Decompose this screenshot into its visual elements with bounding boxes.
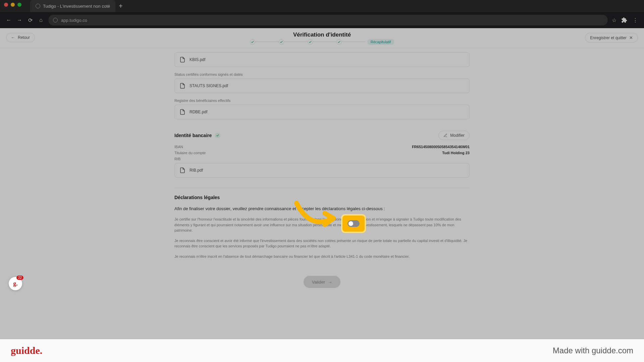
validate-label: Valider	[312, 280, 325, 285]
home-icon[interactable]: ⌂	[38, 17, 44, 23]
minimize-window-icon[interactable]	[11, 3, 15, 7]
document-icon	[179, 109, 185, 115]
step-current-label: Récapitulatif	[367, 39, 394, 45]
url-field[interactable]: app.tudigo.co	[48, 15, 608, 25]
holder-row: Titulaire du compte Tudi Holding 23	[174, 151, 470, 155]
declarations-title: Déclarations légales	[174, 195, 470, 200]
guidde-badge[interactable]: g 22	[9, 277, 22, 290]
pencil-icon	[443, 133, 447, 137]
save-quit-label: Enregistrer et quitter	[590, 36, 627, 40]
tab-title: Tudigo - L'investissement non coté	[43, 4, 110, 9]
modify-button[interactable]: Modifier	[438, 131, 470, 140]
window-controls	[4, 3, 21, 7]
annotation-highlight	[344, 217, 363, 230]
file-name: KBIS.pdf	[190, 57, 205, 62]
document-icon	[179, 167, 185, 173]
bookmark-icon[interactable]: ☆	[612, 17, 616, 23]
guidde-footer-logo: guidde.	[11, 345, 42, 356]
document-icon	[179, 57, 185, 63]
close-window-icon[interactable]	[4, 3, 8, 7]
tab-strip: Tudigo - L'investissement non coté +	[0, 0, 644, 12]
guidde-count: 22	[16, 276, 23, 280]
rib-label: RIB	[174, 157, 180, 161]
save-quit-button[interactable]: Enregistrer et quitter ✕	[585, 33, 638, 43]
extensions-icon[interactable]	[621, 17, 627, 23]
step-complete-icon	[250, 39, 255, 45]
guidde-logo-icon: g	[13, 280, 18, 287]
section-title: Identité bancaire	[174, 133, 212, 138]
bank-section-header: Identité bancaire Modifier	[174, 131, 470, 140]
step-complete-icon	[279, 39, 284, 45]
field-label-status: Status certifiés conformes signés et dat…	[174, 72, 470, 76]
close-icon: ✕	[629, 35, 633, 40]
iban-row: IBAN FR6514508000505854354146W01	[174, 145, 470, 149]
arrow-right-icon: →	[328, 280, 332, 285]
main-content: KBIS.pdf Status certifiés conformes sign…	[174, 48, 470, 288]
file-name: RDBE.pdf	[190, 110, 207, 114]
back-button[interactable]: ← Retour	[6, 33, 35, 42]
url-text: app.tudigo.co	[61, 18, 87, 23]
rib-label-row: RIB	[174, 157, 470, 161]
step-complete-icon	[336, 39, 342, 45]
check-icon	[215, 133, 220, 138]
back-icon[interactable]: ←	[5, 17, 12, 23]
page-title: Vérification d'identité	[293, 32, 351, 38]
arrow-left-icon: ←	[11, 35, 15, 40]
divider	[174, 188, 470, 188]
annotation-arrow-icon	[290, 200, 343, 237]
globe-icon	[53, 18, 58, 22]
maximize-window-icon[interactable]	[17, 3, 21, 7]
declarations-p3: Je reconnais m'être inscrit en l'absence…	[174, 254, 470, 259]
globe-icon	[36, 4, 40, 8]
menu-icon[interactable]: ⋮	[632, 17, 639, 23]
file-name: STAUTS SIGNES.pdf	[190, 83, 228, 88]
document-icon	[179, 83, 185, 89]
stepper: Récapitulatif	[250, 39, 394, 45]
back-label: Retour	[18, 35, 30, 40]
declarations-toggle[interactable]	[347, 220, 360, 227]
file-kbis[interactable]: KBIS.pdf	[174, 52, 470, 67]
holder-label: Titulaire du compte	[174, 151, 206, 155]
new-tab-button[interactable]: +	[119, 2, 123, 10]
page-header: ← Retour Vérification d'identité Récapit…	[0, 28, 644, 48]
iban-value: FR6514508000505854354146W01	[412, 145, 470, 149]
reload-icon[interactable]: ⟳	[27, 17, 34, 23]
validate-button[interactable]: Valider →	[304, 276, 340, 288]
iban-label: IBAN	[174, 145, 183, 149]
browser-tab[interactable]: Tudigo - L'investissement non coté	[30, 0, 115, 12]
guidde-attribution: Made with guidde.com	[553, 346, 633, 355]
file-rib[interactable]: RIB.pdf	[174, 163, 470, 178]
file-rbe[interactable]: RDBE.pdf	[174, 105, 470, 119]
guidde-footer: guidde. Made with guidde.com	[0, 339, 644, 362]
modify-label: Modifier	[450, 133, 465, 138]
field-label-rbe: Registre des bénéficiaires effectifs	[174, 99, 470, 103]
step-complete-icon	[308, 39, 313, 45]
file-name: RIB.pdf	[190, 168, 203, 173]
forward-icon[interactable]: →	[16, 17, 23, 23]
holder-value: Tudi Holding 23	[442, 151, 470, 155]
declarations-p2: Je reconnais être conscient et avoir été…	[174, 238, 470, 249]
file-status[interactable]: STAUTS SIGNES.pdf	[174, 78, 470, 93]
address-bar: ← → ⟳ ⌂ app.tudigo.co ☆ ⋮	[0, 12, 644, 28]
